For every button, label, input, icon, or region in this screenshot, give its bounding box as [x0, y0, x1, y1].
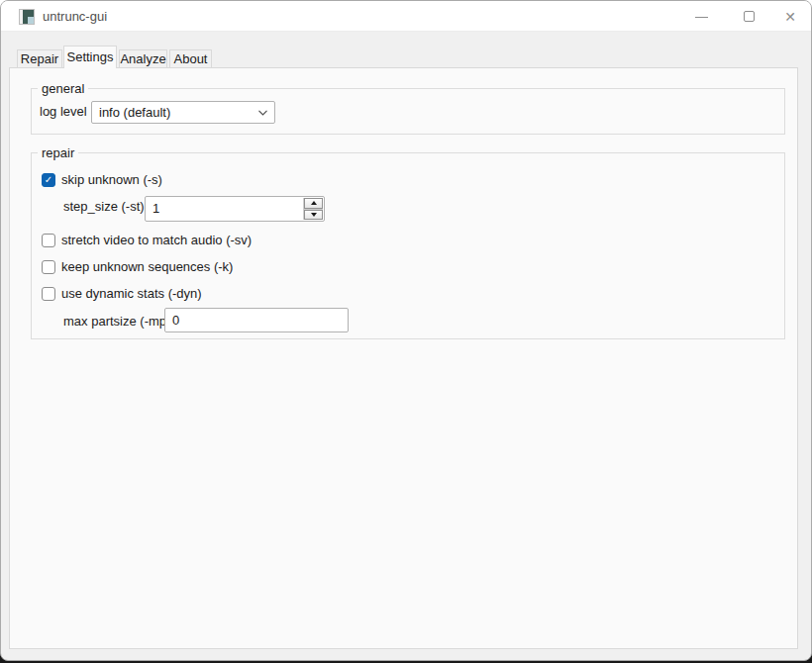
app-window: untrunc-gui ✕ Repair Settings Analyze Ab…	[0, 0, 812, 661]
minimize-icon	[695, 17, 708, 18]
step-size-label: step_size (-st)	[63, 199, 145, 214]
general-groupbox: general log level info (default)	[31, 88, 785, 135]
minimize-button[interactable]	[686, 1, 716, 32]
tab-about[interactable]: About	[169, 49, 212, 68]
spin-down-icon	[311, 213, 317, 217]
spin-up-icon	[311, 201, 317, 205]
log-level-value: info (default)	[99, 102, 170, 123]
log-level-combobox[interactable]: info (default)	[91, 101, 275, 124]
stretch-video-label: stretch video to match audio (-sv)	[61, 233, 252, 247]
tab-settings[interactable]: Settings	[63, 46, 117, 68]
close-button[interactable]: ✕	[775, 1, 805, 32]
repair-groupbox: repair ✓ skip unknown (-s) step_size (-s…	[31, 152, 785, 339]
spin-down-button[interactable]	[304, 210, 323, 221]
chevron-down-icon	[258, 110, 267, 116]
step-size-value: 1	[152, 197, 159, 221]
close-icon: ✕	[784, 10, 796, 24]
app-icon	[19, 9, 35, 25]
tab-analyze[interactable]: Analyze	[119, 49, 167, 68]
skip-unknown-checkbox[interactable]: ✓	[42, 173, 55, 187]
maximize-button[interactable]	[734, 1, 763, 32]
keep-unknown-checkbox[interactable]: ✓	[42, 260, 55, 274]
dynamic-stats-checkbox-row[interactable]: ✓ use dynamic stats (-dyn)	[42, 286, 202, 301]
keep-unknown-label: keep unknown sequences (-k)	[61, 259, 233, 274]
keep-unknown-checkbox-row[interactable]: ✓ keep unknown sequences (-k)	[42, 259, 233, 274]
max-partsize-label: max partsize (-mp)	[63, 314, 170, 329]
step-size-spinbox[interactable]: 1	[145, 196, 325, 222]
max-partsize-value: 0	[172, 309, 179, 332]
general-groupbox-legend: general	[38, 81, 88, 96]
window-title: untrunc-gui	[43, 1, 107, 32]
stretch-video-checkbox-row[interactable]: ✓ stretch video to match audio (-sv)	[42, 233, 252, 247]
repair-groupbox-legend: repair	[38, 145, 78, 160]
skip-unknown-checkbox-row[interactable]: ✓ skip unknown (-s)	[42, 172, 162, 187]
log-level-label: log level	[40, 104, 87, 119]
stretch-video-checkbox[interactable]: ✓	[42, 234, 55, 247]
maximize-icon	[744, 11, 755, 22]
checkmark-icon: ✓	[45, 174, 52, 186]
tab-repair[interactable]: Repair	[17, 49, 62, 68]
dynamic-stats-checkbox[interactable]: ✓	[42, 287, 55, 301]
spin-up-button[interactable]	[304, 198, 323, 209]
skip-unknown-label: skip unknown (-s)	[61, 172, 162, 187]
max-partsize-input[interactable]: 0	[164, 308, 349, 332]
step-size-spin-buttons	[303, 198, 323, 220]
dynamic-stats-label: use dynamic stats (-dyn)	[61, 286, 202, 301]
titlebar[interactable]: untrunc-gui ✕	[1, 1, 811, 32]
